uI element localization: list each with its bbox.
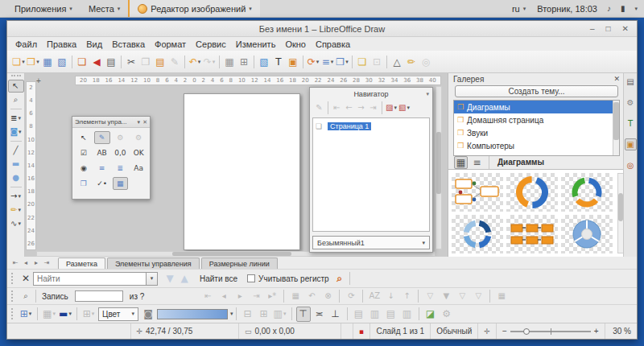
selection-size-indicator[interactable]: ▭ 0,00 x 0,00: [238, 323, 341, 339]
lines-arrows-tool[interactable]: →▾: [8, 190, 24, 203]
gallery-folder-computers[interactable]: ❒Компьютеры: [454, 139, 619, 152]
form-controls-titlebar[interactable]: Элементы упра... ▾ ✕: [72, 117, 150, 128]
ellipse-tool[interactable]: ●: [8, 171, 24, 184]
dropdown-arrow-icon[interactable]: ▾: [407, 105, 410, 111]
dropdown-arrow-icon[interactable]: ▾: [345, 59, 349, 65]
prev-page-button[interactable]: ◂: [21, 258, 31, 268]
export-pdf-button[interactable]: ◀: [89, 54, 104, 69]
export-button[interactable]: ❏: [75, 54, 89, 69]
toolbar-grip[interactable]: [11, 273, 14, 284]
fc-form-design[interactable]: ▦: [113, 177, 129, 190]
chevron-down-icon[interactable]: ▾: [138, 119, 141, 126]
shadow-button[interactable]: ❏: [355, 54, 369, 69]
scrollbar-thumb[interactable]: [613, 102, 619, 140]
dropdown-arrow-icon[interactable]: ▾: [316, 59, 320, 65]
gallery-item-donut-chart[interactable]: [561, 215, 613, 253]
document-modified-indicator[interactable]: ▪: [353, 323, 370, 339]
next-page-button[interactable]: ▸: [31, 258, 41, 268]
keyboard-layout-indicator[interactable]: ru ▾: [510, 4, 527, 14]
save-as-button[interactable]: ▧: [55, 54, 69, 69]
view-mode-indicator[interactable]: Обычный: [430, 323, 477, 339]
drawing-page[interactable]: [184, 93, 300, 250]
dropdown-arrow-icon[interactable]: ▾: [18, 115, 21, 122]
align-top-button[interactable]: ⊤: [296, 307, 311, 322]
rectangle-tool[interactable]: ▬: [8, 158, 24, 171]
detail-view-button[interactable]: ≡: [470, 156, 484, 169]
cut-button[interactable]: ✂: [124, 54, 138, 69]
gallery-item-process-blocks[interactable]: [506, 215, 558, 253]
applications-menu[interactable]: Приложения ▾: [6, 0, 80, 17]
rotate-button[interactable]: ⟳▾: [306, 54, 320, 69]
tab-layout[interactable]: Разметка: [58, 257, 105, 269]
search-history-dropdown[interactable]: ▾: [146, 272, 158, 286]
fc-text-box[interactable]: AB: [94, 146, 110, 159]
close-button[interactable]: ✕: [622, 24, 629, 33]
dropdown-arrow-icon[interactable]: ▾: [394, 105, 397, 111]
fc-checkbox[interactable]: ☑: [76, 146, 92, 159]
close-icon[interactable]: ✕: [142, 119, 147, 126]
clock[interactable]: Вторник, 18:03: [537, 4, 597, 14]
paste-button[interactable]: ▤: [153, 54, 167, 69]
arrange-button[interactable]: ❒▾: [335, 54, 349, 69]
scrollbar-thumb[interactable]: [436, 132, 441, 193]
zoom-fit-button[interactable]: ✛: [477, 323, 496, 339]
tab-controls[interactable]: Элементы управления: [107, 257, 200, 269]
minimize-button[interactable]: –: [590, 24, 595, 33]
dropdown-arrow-icon[interactable]: ▾: [68, 311, 72, 317]
align-bottom-button[interactable]: ⊥: [328, 307, 343, 322]
match-case-checkbox[interactable]: [247, 274, 255, 282]
menu-tools[interactable]: Сервис: [191, 38, 231, 50]
zoom-slider[interactable]: [510, 327, 591, 336]
sound-icon[interactable]: ♪: [607, 4, 611, 13]
close-find-bar-button[interactable]: ✕: [19, 271, 33, 286]
align-center-button[interactable]: ≍: [312, 307, 327, 322]
align-button[interactable]: ≡▾: [320, 54, 335, 69]
sidebar-tab-gallery[interactable]: ▣: [625, 138, 637, 150]
fill-color-preview[interactable]: [157, 309, 228, 319]
fc-wizard-toggle[interactable]: ✓•: [94, 177, 110, 190]
gallery-folder-homepage[interactable]: ❒Домашняя страница: [454, 113, 619, 126]
dropdown-arrow-icon[interactable]: ▾: [52, 311, 56, 317]
line-tool[interactable]: ╱: [8, 144, 24, 157]
fc-select[interactable]: ↖: [76, 131, 92, 144]
menu-edit[interactable]: Правка: [42, 38, 81, 50]
open-button[interactable]: ❒▾: [26, 54, 40, 69]
first-page-button[interactable]: ⇤: [10, 258, 20, 268]
zoom-in-button[interactable]: +: [594, 327, 599, 336]
cursor-position-indicator[interactable]: ✛ 42,74 / 30,75: [130, 323, 238, 339]
horizontal-ruler[interactable]: 2018161412108642024681012141618202224262…: [75, 76, 441, 85]
zoom-out-button[interactable]: −: [502, 327, 507, 336]
select-tool[interactable]: ↖: [8, 80, 24, 93]
dropdown-arrow-icon[interactable]: ▾: [19, 129, 22, 135]
menu-view[interactable]: Вид: [81, 38, 107, 50]
navigator-page-row[interactable]: ❏ Страница 1: [316, 121, 427, 132]
table-design-button[interactable]: ◪: [423, 307, 438, 322]
connector-tool[interactable]: ∿▾: [8, 217, 24, 230]
area-style-select[interactable]: Цвет ▾: [98, 307, 138, 321]
fc-design-mode[interactable]: ✎: [94, 131, 110, 144]
scrollbar-thumb[interactable]: [172, 252, 291, 256]
nav-shapes-button[interactable]: ▧▾: [398, 101, 411, 114]
canvas-vertical-scrollbar[interactable]: [436, 86, 442, 249]
gallery-list-scrollbar[interactable]: [613, 101, 619, 155]
print-button[interactable]: ▤: [104, 54, 118, 69]
dropdown-arrow-icon[interactable]: ▾: [213, 59, 216, 65]
toolbar-grip[interactable]: [11, 308, 14, 319]
menu-file[interactable]: Файл: [10, 38, 42, 50]
curve-tool[interactable]: ✏▾: [8, 204, 24, 216]
gallery-folder-diagrams[interactable]: ❒Диаграммы: [454, 101, 619, 113]
match-case-label[interactable]: Учитывать регистр: [258, 274, 332, 283]
gallery-item-flow-diagram[interactable]: [452, 173, 503, 212]
battery-icon[interactable]: ▮: [621, 4, 625, 13]
edit-mode-button[interactable]: ✏: [404, 54, 419, 69]
insert-table-button[interactable]: ⊞▾: [19, 307, 33, 322]
toolbar-grip[interactable]: [11, 75, 21, 77]
fc-list-box[interactable]: ≡: [94, 162, 110, 175]
dropdown-arrow-icon[interactable]: ▾: [29, 311, 32, 317]
nav-dragmode-button[interactable]: ▨▾: [385, 101, 398, 114]
title-bar[interactable]: Без имени 1 – LibreOffice Draw – □ ✕: [7, 21, 637, 37]
close-icon[interactable]: ✕: [613, 75, 620, 83]
insert-media-button[interactable]: ▣: [286, 54, 300, 69]
search-input[interactable]: [33, 272, 146, 286]
zoom-level-indicator[interactable]: 30 %: [605, 323, 637, 339]
